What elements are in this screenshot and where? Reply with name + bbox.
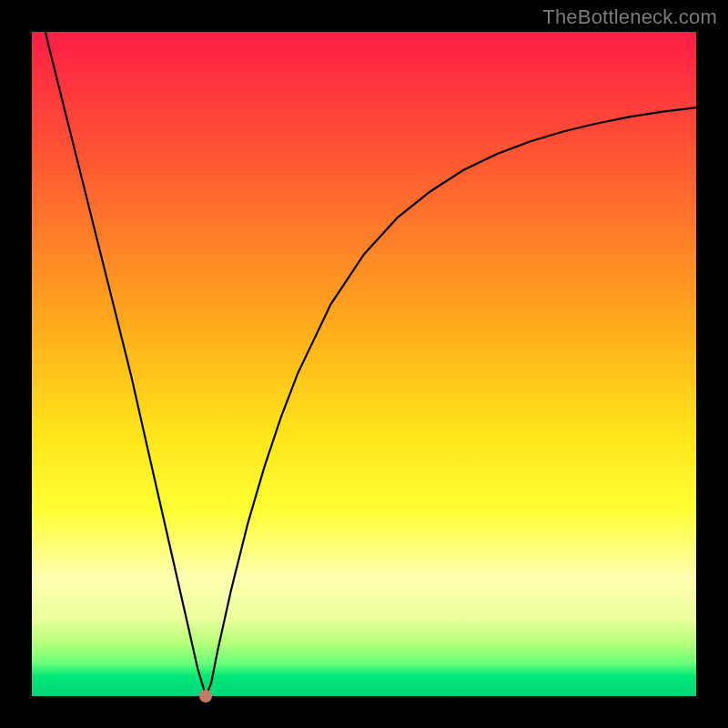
chart-stage: TheBottleneck.com	[0, 0, 728, 728]
minimum-marker	[199, 690, 212, 703]
bottleneck-curve	[32, 32, 696, 696]
plot-area	[32, 32, 696, 696]
curve-svg	[32, 32, 696, 696]
watermark-text: TheBottleneck.com	[542, 5, 717, 29]
